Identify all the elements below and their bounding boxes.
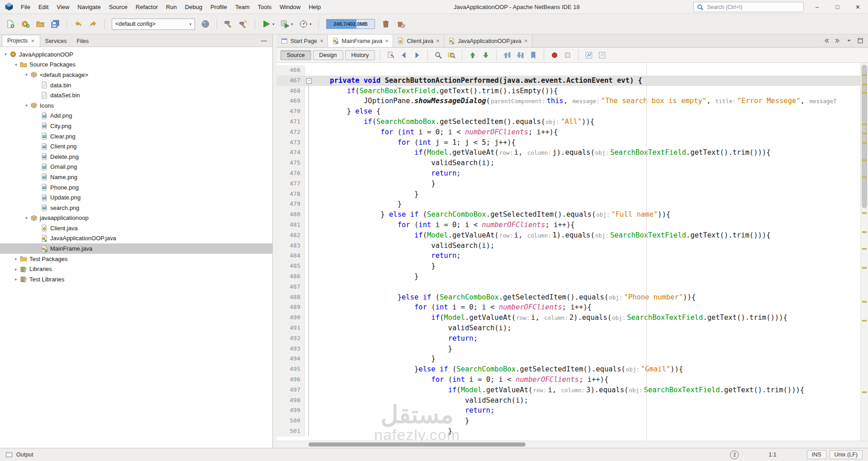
tree-item-libraries[interactable]: ▸Libraries	[0, 264, 272, 274]
menu-profile[interactable]: Profile	[206, 1, 231, 13]
warning-mark[interactable]	[862, 142, 867, 144]
menu-source[interactable]: Source	[105, 1, 132, 13]
tree-item-data-bin[interactable]: data.bin	[0, 80, 272, 90]
line-number[interactable]: 485	[277, 261, 305, 271]
horizontal-scrollbar[interactable]	[277, 441, 868, 448]
panel-splitter[interactable]	[273, 34, 277, 448]
line-number[interactable]: 479	[277, 199, 305, 209]
horizontal-scrollbar-thumb[interactable]	[308, 442, 526, 447]
line-number[interactable]: 471	[277, 117, 305, 127]
line-ending-indicator[interactable]: Unix (LF)	[830, 450, 863, 459]
menu-debug[interactable]: Debug	[181, 1, 206, 13]
tree-item-icons[interactable]: ▾Icons	[0, 100, 272, 111]
warning-mark[interactable]	[862, 133, 867, 134]
new-file-button[interactable]	[4, 17, 17, 31]
expand-icon[interactable]: ▸	[13, 257, 19, 261]
code-line[interactable]: 469 JOptionPane.showMessageDialog(parent…	[277, 96, 861, 106]
line-number[interactable]: 473	[277, 138, 305, 148]
code-line[interactable]: 485 }	[277, 261, 861, 271]
code-line[interactable]: 470 } else {	[277, 106, 861, 117]
code-line[interactable]: 495 }else if (SearchComboBox.getSelected…	[277, 364, 861, 375]
prev-occurrence-button[interactable]	[467, 50, 479, 61]
tree-item-javaapplicationoop[interactable]: ▾JavaApplicationOOP	[0, 49, 272, 60]
warning-mark[interactable]	[862, 92, 867, 94]
line-number[interactable]: 499	[277, 405, 305, 416]
highlight-occurrences-button[interactable]	[446, 50, 457, 61]
line-number[interactable]: 493	[277, 344, 305, 354]
code-line[interactable]: 480 } else if (SearchComboBox.getSelecte…	[277, 209, 861, 220]
line-number[interactable]: 480	[277, 209, 305, 220]
undo-button[interactable]	[71, 17, 85, 31]
forward-button[interactable]	[411, 50, 423, 61]
tree-item-client-png[interactable]: Client.png	[0, 141, 272, 152]
line-number[interactable]: 476	[277, 168, 305, 179]
code-line[interactable]: 482 if(Model.getValueAt(row:i, column:1)…	[277, 230, 861, 241]
tab-javaapplicationoop-java[interactable]: JavaApplicationOOP.java✕	[444, 35, 532, 47]
line-number[interactable]: 466	[277, 65, 305, 76]
clean-build-project-button[interactable]	[237, 17, 250, 31]
collapse-icon[interactable]: ▾	[24, 216, 29, 220]
code-line[interactable]: 478 }	[277, 189, 861, 200]
tree-item-update-png[interactable]: Update.png	[0, 192, 272, 203]
menu-help[interactable]: Help	[304, 1, 325, 13]
tree-item-dataset-bin[interactable]: dataSet.bin	[0, 90, 272, 100]
menu-navigate[interactable]: Navigate	[73, 1, 104, 13]
code-line[interactable]: 483 validSearch(i);	[277, 241, 861, 251]
save-all-button[interactable]	[48, 17, 62, 31]
maximize-button[interactable]: □	[827, 0, 848, 14]
line-number[interactable]: 490	[277, 313, 305, 323]
line-number[interactable]: 498	[277, 395, 305, 406]
tab-mainframe-java[interactable]: MainFrame.java✕	[328, 35, 393, 47]
code-line[interactable]: 493 }	[277, 344, 861, 354]
notifications-badge[interactable]: 2	[730, 451, 739, 459]
scroll-tabs-left-icon[interactable]	[823, 37, 830, 44]
tree-item-mainframe-java[interactable]: MainFrame.java	[0, 243, 272, 254]
menu-file[interactable]: File	[17, 1, 34, 13]
config-select[interactable]: <default config>▾	[112, 19, 195, 30]
warning-mark[interactable]	[862, 231, 867, 233]
line-number[interactable]: 488	[277, 292, 305, 303]
view-history[interactable]: History	[345, 50, 375, 60]
tab-client-java[interactable]: Client.java✕	[393, 35, 444, 47]
panel-tab-projects[interactable]: Projects✕	[2, 35, 40, 47]
menu-view[interactable]: View	[52, 1, 73, 13]
line-number[interactable]: 489	[277, 302, 305, 313]
code-line[interactable]: 477 }	[277, 179, 861, 189]
toggle-bookmark-button[interactable]	[527, 50, 539, 61]
maximize-window-icon[interactable]	[857, 37, 864, 44]
menu-window[interactable]: Window	[275, 1, 304, 13]
warning-mark[interactable]	[862, 320, 867, 322]
open-project-button[interactable]	[33, 17, 47, 31]
line-number[interactable]: 470	[277, 106, 305, 117]
project-group-button[interactable]	[199, 17, 212, 31]
code-line[interactable]: 476 return;	[277, 168, 861, 179]
code-line[interactable]: 489 for (int i = 0; i < numberOFClients;…	[277, 302, 861, 313]
tree-item-test-libraries[interactable]: ▸Test Libraries	[0, 274, 272, 285]
line-number[interactable]: 477	[277, 179, 305, 189]
code-line[interactable]: 488 }else if (SearchComboBox.getSelected…	[277, 292, 861, 303]
line-number[interactable]: 467	[277, 76, 305, 86]
line-number[interactable]: 468	[277, 86, 305, 96]
code-line[interactable]: 492 return;	[277, 333, 861, 344]
view-source[interactable]: Source	[280, 50, 311, 60]
line-number[interactable]: 492	[277, 333, 305, 344]
warning-mark[interactable]	[862, 176, 867, 178]
warning-mark[interactable]	[862, 212, 867, 214]
tab-list-icon[interactable]	[845, 37, 853, 44]
line-number[interactable]: 486	[277, 271, 305, 282]
code-line[interactable]: 473 for (int j = 1; j < 5; j++){	[277, 138, 861, 148]
close-icon[interactable]: ✕	[31, 38, 34, 43]
code-line[interactable]: 486 }	[277, 271, 861, 282]
line-number[interactable]: 501	[277, 426, 305, 437]
error-stripe[interactable]	[860, 63, 868, 441]
menu-refactor[interactable]: Refactor	[132, 1, 162, 13]
uncomment-button[interactable]	[596, 50, 608, 61]
close-tab-icon[interactable]: ✕	[524, 38, 527, 43]
tree-item-add-png[interactable]: Add.png	[0, 111, 272, 121]
line-number[interactable]: 478	[277, 189, 305, 200]
line-number[interactable]: 483	[277, 241, 305, 251]
tree-item-name-png[interactable]: Name.png	[0, 172, 272, 182]
back-button[interactable]	[398, 50, 410, 61]
code-line[interactable]: 487	[277, 282, 861, 292]
tree-item-city-png[interactable]: City.png	[0, 121, 272, 131]
